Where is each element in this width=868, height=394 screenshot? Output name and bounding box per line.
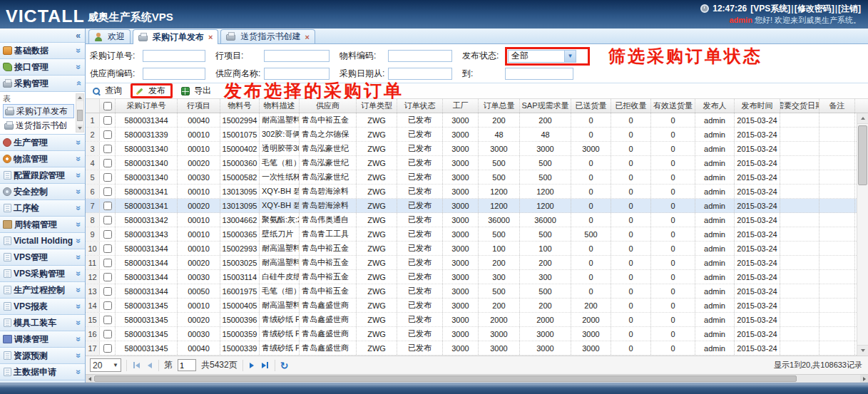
chevron-down-icon[interactable]: » (74, 321, 84, 326)
table-row[interactable]: 758000313410002013013095XQY-BH 碧海青岛碧海涂料Z… (86, 199, 868, 213)
row-checkbox[interactable] (103, 130, 112, 139)
refresh-icon[interactable]: ↻ (280, 361, 289, 370)
row-checkbox[interactable] (103, 116, 112, 125)
row-checkbox[interactable] (103, 159, 112, 167)
horizontal-scrollbar-thumb[interactable] (94, 375, 797, 382)
row-checkbox[interactable] (103, 273, 112, 281)
table-row[interactable]: 1758000313450004015000339青绒砂纸 P2青岛鑫盛世商ZW… (86, 341, 868, 356)
chevron-down-icon[interactable]: » (74, 370, 84, 375)
supplier-code-input[interactable] (143, 68, 205, 80)
row-checkbox[interactable] (103, 145, 112, 153)
column-header-total_qty[interactable]: 订单总量 (479, 99, 520, 113)
chevron-down-icon[interactable]: » (74, 173, 84, 178)
sidebar-section-victall-holding[interactable]: Victall Holding» (0, 233, 85, 249)
column-header-material_no[interactable]: 物料号 (220, 99, 260, 113)
chevron-down-icon[interactable]: » (74, 304, 84, 309)
column-header-order_status[interactable]: 订单状态 (397, 99, 443, 113)
sidebar-section-vps-reports[interactable]: VPS报表» (0, 299, 85, 315)
chevron-down-icon[interactable]: » (74, 239, 84, 244)
vertical-scrollbar[interactable] (857, 113, 868, 356)
sidebar-section-base-data[interactable]: 基础数据» (0, 43, 85, 59)
supplier-name-input[interactable] (264, 68, 330, 80)
row-checkbox[interactable] (103, 244, 112, 253)
first-page-button[interactable] (132, 361, 141, 370)
query-button[interactable]: 查询 (89, 84, 125, 98)
row-checkbox[interactable] (103, 287, 112, 296)
header-link-0[interactable]: [VPS系统] (750, 4, 790, 14)
row-checkbox[interactable] (103, 173, 112, 182)
po-number-input[interactable] (143, 50, 205, 62)
previous-page-button[interactable] (146, 361, 153, 370)
table-row[interactable]: 1158000313440002015003025耐高温塑料胶青岛中裕五金ZWG… (86, 256, 868, 270)
table-row[interactable]: 358000313400001015000402透明胶带30m青岛泓豪世纪ZWG… (86, 142, 868, 156)
sidebar-section-purchase-mgmt[interactable]: 采购管理» (0, 76, 85, 92)
scroll-up-button[interactable] (76, 94, 83, 101)
publish-status-select[interactable]: 全部 ▼ (508, 50, 576, 63)
row-checkbox[interactable] (103, 230, 112, 239)
table-row[interactable]: 1258000313440003015003114白硅牛皮纸青岛中裕五金ZWG已… (86, 270, 868, 284)
scroll-up-button[interactable] (857, 113, 868, 124)
chevron-down-icon[interactable]: » (74, 65, 84, 70)
sidebar-section-mold-tooling-cart[interactable]: 模具工装车» (0, 315, 85, 331)
table-row[interactable]: 658000313410001013013095XQY-BH 碧海青岛碧海涂料Z… (86, 185, 868, 199)
row-checkbox[interactable] (103, 187, 112, 196)
chevron-down-icon[interactable]: » (74, 222, 84, 227)
tab-purchase-order-publish[interactable]: 采购订单发布× (133, 29, 218, 44)
column-header-remark[interactable]: 备注 (820, 99, 855, 113)
tab-delivery-note-create[interactable]: 送货指示书创建× (220, 29, 315, 43)
chevron-down-icon[interactable]: » (74, 271, 84, 276)
row-checkbox[interactable] (103, 301, 112, 310)
header-link-1[interactable]: [修改密码] (795, 4, 834, 14)
tab-welcome[interactable]: 欢迎 (88, 29, 131, 43)
sidebar-section-production-mgmt[interactable]: 生产管理» (0, 135, 85, 151)
date-from-input[interactable] (388, 68, 452, 80)
row-checkbox[interactable] (103, 316, 112, 324)
row-checkbox[interactable] (103, 344, 112, 353)
table-row[interactable]: 1658000313450003015000359青绒砂纸 P3青岛鑫盛世商ZW… (86, 327, 868, 341)
sidebar-item-purchase-order-publish[interactable]: 采购订单发布 (3, 104, 74, 118)
table-row[interactable]: 858000313420001013004662聚氨酯:灰:22青岛伟奥通自ZW… (86, 213, 868, 227)
column-header-order_no[interactable]: 采购订单号 (116, 99, 178, 113)
sidebar-section-paint-mixing-mgmt[interactable]: 调漆管理» (0, 331, 85, 348)
scroll-down-button[interactable] (76, 125, 83, 132)
chevron-down-icon[interactable]: » (74, 48, 84, 53)
scrollbar-thumb[interactable] (77, 110, 83, 121)
line-item-input[interactable] (264, 50, 330, 62)
column-header-rejected_qty[interactable]: 已拒收量 (611, 99, 651, 113)
last-page-button[interactable] (260, 361, 270, 370)
sidebar-section-resource-forecast[interactable]: 资源预测» (0, 348, 85, 364)
chevron-down-icon[interactable]: » (74, 288, 84, 293)
row-checkbox[interactable] (103, 259, 112, 267)
chevron-down-icon[interactable]: » (74, 337, 84, 342)
chevron-down-icon[interactable]: » (74, 190, 84, 195)
column-header-factory[interactable]: 工厂 (443, 99, 479, 113)
column-header-material_desc[interactable]: 物料描述 (260, 99, 300, 113)
table-row[interactable]: 258000313390001015001075302胶:哥俩好青岛之尔德保ZW… (86, 128, 868, 142)
row-checkbox[interactable] (103, 216, 112, 224)
table-row[interactable]: 1558000313450002015000396青绒砂纸 P1青岛鑫盛世商ZW… (86, 313, 868, 327)
table-row[interactable]: 1458000313450001015000405耐高温塑料胶青岛鑫盛世商ZWG… (86, 299, 868, 313)
column-header-order_type[interactable]: 订单类型 (357, 99, 397, 113)
chevron-down-icon[interactable]: » (74, 353, 84, 358)
table-row[interactable]: 1358000313440005016001975毛笔（细）青岛中裕五金ZWG已… (86, 284, 868, 299)
publish-button[interactable]: 发布 (131, 83, 173, 98)
table-row[interactable]: 458000313400002015000360毛笔（粗）青岛泓豪世纪ZWG已发… (86, 156, 868, 170)
sidebar-section-production-process-control[interactable]: 生产过程控制» (0, 282, 85, 299)
close-icon[interactable]: × (208, 33, 213, 41)
select-all-checkbox[interactable] (103, 102, 112, 110)
collapse-sidebar-button[interactable]: « (0, 28, 85, 43)
collapse-sidebar-icon[interactable]: « (76, 31, 81, 41)
vertical-scrollbar-thumb[interactable] (858, 125, 867, 185)
export-button[interactable]: 导出 (178, 84, 214, 98)
horizontal-scrollbar[interactable] (86, 374, 868, 383)
sidebar-item-delivery-note-create[interactable]: 送货指示书创 (3, 118, 74, 133)
submenu-scrollbar[interactable] (76, 93, 84, 133)
column-header-supplier[interactable]: 供应商 (300, 99, 357, 113)
sidebar-section-security-control[interactable]: 安全控制» (0, 184, 85, 200)
scroll-left-button[interactable] (86, 375, 93, 383)
table-row[interactable]: 158000313440004015002994耐高温塑料胶青岛中裕五金ZWG已… (86, 113, 868, 128)
date-to-input[interactable] (505, 68, 573, 80)
next-page-button[interactable] (248, 361, 255, 370)
column-header-line_item[interactable]: 行项目 (178, 99, 220, 113)
sidebar-section-process-inspection[interactable]: 工序检» (0, 200, 85, 217)
